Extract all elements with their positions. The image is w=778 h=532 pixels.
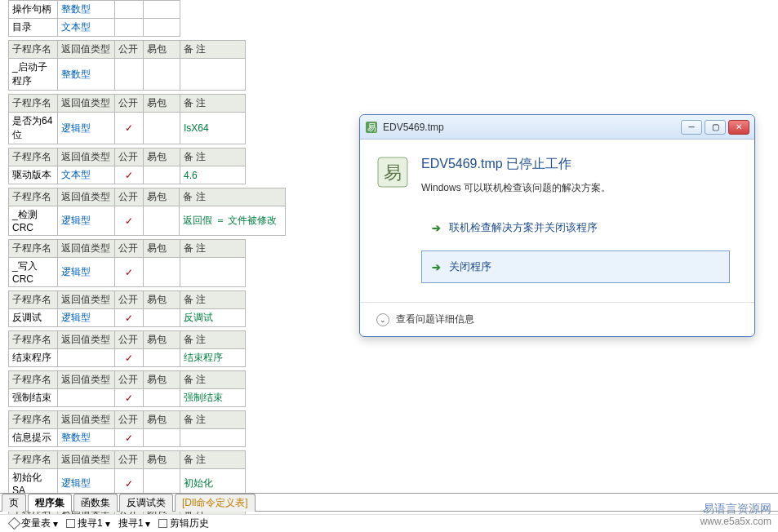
close-program-option[interactable]: ➔ 关闭程序 (421, 250, 730, 283)
watermark: 易语言资源网 www.e5a5x.com (700, 501, 771, 529)
return-type[interactable]: 整数型 (58, 59, 115, 91)
minimize-button[interactable]: ─ (681, 120, 702, 135)
note[interactable]: IsX64 (180, 113, 246, 144)
tab-program-set[interactable]: 程序集 (28, 494, 72, 512)
app-icon: 易 (365, 121, 378, 134)
return-type[interactable]: 逻辑型 (58, 309, 115, 327)
arrow-icon: ➔ (432, 261, 441, 273)
view-details-toggle[interactable]: ⌄ 查看问题详细信息 (360, 302, 754, 336)
svg-text:易: 易 (367, 122, 376, 132)
note[interactable] (180, 429, 246, 447)
public-check[interactable]: ✓ (115, 166, 144, 184)
note[interactable]: 4.6 (180, 166, 246, 184)
sub-name[interactable]: 信息提示 (9, 429, 58, 447)
dialog-title: EDV5469.tmp (383, 122, 681, 133)
footer-label: 查看问题详细信息 (396, 313, 474, 326)
tab-page[interactable]: 页 (2, 494, 26, 512)
public-check[interactable]: ✓ (115, 113, 144, 144)
check-online-option[interactable]: ➔ 联机检查解决方案并关闭该程序 (421, 211, 730, 244)
sub-table: 子程序名返回值类型公开易包备 注 是否为64位逻辑型✓IsX64 (8, 94, 246, 144)
public-check[interactable]: ✓ (115, 258, 144, 287)
option-label: 关闭程序 (449, 259, 491, 274)
public-check[interactable]: ✓ (114, 206, 143, 236)
sub-table: 子程序名返回值类型公开易包备 注 _检测CRC逻辑型✓返回假 ＝ 文件被修改 (8, 188, 286, 236)
return-type[interactable] (58, 389, 115, 407)
return-type[interactable] (58, 349, 115, 367)
return-type[interactable]: 逻辑型 (57, 206, 114, 236)
note[interactable]: 反调试 (180, 309, 246, 327)
note[interactable] (180, 59, 246, 91)
search1-button-2[interactable]: 搜寻1▾ (118, 516, 151, 530)
top-props-table: 操作句柄整数型 目录文本型 (8, 0, 180, 37)
clip-history-button[interactable]: 剪辑历史 (158, 516, 209, 530)
dialog-large-icon: 易 (376, 156, 409, 188)
sub-name[interactable]: 是否为64位 (9, 113, 58, 144)
prop-key: 操作句柄 (9, 1, 58, 19)
dialog-titlebar[interactable]: 易 EDV5469.tmp ─ ▢ ✕ (360, 115, 754, 140)
prop-key: 目录 (9, 19, 58, 37)
prop-val: 整数型 (58, 1, 115, 19)
public-check[interactable]: ✓ (115, 389, 144, 407)
return-type[interactable]: 逻辑型 (58, 113, 115, 144)
prop-val: 文本型 (58, 19, 115, 37)
chevron-down-icon: ⌄ (376, 313, 389, 326)
note[interactable] (180, 258, 246, 287)
svg-text:易: 易 (384, 162, 402, 183)
sub-name[interactable]: _写入CRC (9, 258, 58, 287)
sub-table: 子程序名返回值类型公开易包备 注 信息提示整数型✓ (8, 410, 246, 447)
return-type[interactable]: 整数型 (58, 429, 115, 447)
maximize-button[interactable]: ▢ (705, 120, 726, 135)
sub-name[interactable]: 驱动版本 (9, 166, 58, 184)
sub-name[interactable]: _启动子程序 (9, 59, 58, 91)
note[interactable]: 结束程序 (180, 349, 246, 367)
dialog-text: Windows 可以联机检查该问题的解决方案。 (421, 181, 611, 195)
search1-button[interactable]: 搜寻1▾ (66, 516, 110, 530)
public-check[interactable] (115, 59, 144, 91)
tab-antidebug[interactable]: 反调试类 (119, 494, 173, 512)
option-label: 联机检查解决方案并关闭该程序 (449, 220, 598, 235)
variable-table-button[interactable]: 变量表▾ (10, 516, 58, 530)
search-icon (66, 519, 75, 528)
sub-table: 子程序名返回值类型公开易包备 注 初始化SA逻辑型✓初始化 (8, 450, 246, 499)
sub-table: 子程序名返回值类型公开易包备 注 _写入CRC逻辑型✓ (8, 239, 246, 287)
sub-table: 子程序名返回值类型公开易包备 注 强制结束✓强制结束 (8, 370, 246, 407)
dialog-heading: EDV5469.tmp 已停止工作 (421, 156, 611, 173)
bottom-tabs: 页 程序集 函数集 反调试类 [Dll命令定义表] (0, 493, 778, 512)
sub-name[interactable]: 强制结束 (9, 389, 58, 407)
arrow-icon: ➔ (432, 222, 441, 234)
close-button[interactable]: ✕ (728, 120, 749, 135)
public-check[interactable]: ✓ (115, 349, 144, 367)
sub-table: 子程序名返回值类型公开易包备 注 反调试逻辑型✓反调试 (8, 290, 246, 327)
tab-dll-commands[interactable]: [Dll命令定义表] (175, 494, 256, 512)
public-check[interactable]: ✓ (115, 429, 144, 447)
sub-name[interactable]: 结束程序 (9, 349, 58, 367)
sub-table: 子程序名返回值类型公开易包备 注 驱动版本文本型✓4.6 (8, 148, 246, 184)
sub-table: 子程序名返回值类型公开易包备 注 _启动子程序整数型 (8, 40, 246, 91)
bottom-toolbar: 变量表▾ 搜寻1▾ 搜寻1▾ 剪辑历史 (0, 514, 778, 532)
sub-name[interactable]: _检测CRC (9, 206, 58, 236)
sub-name[interactable]: 反调试 (9, 309, 58, 327)
note[interactable]: 返回假 ＝ 文件被修改 (180, 206, 286, 236)
public-check[interactable]: ✓ (115, 309, 144, 327)
return-type[interactable]: 逻辑型 (58, 258, 115, 287)
error-dialog: 易 EDV5469.tmp ─ ▢ ✕ 易 EDV5469.tmp 已停止工作 … (359, 114, 755, 337)
code-property-panel: 操作句柄整数型 目录文本型 子程序名返回值类型公开易包备 注 _启动子程序整数型… (8, 0, 286, 532)
note[interactable]: 强制结束 (180, 389, 246, 407)
return-type[interactable]: 文本型 (58, 166, 115, 184)
sub-table: 子程序名返回值类型公开易包备 注 结束程序✓结束程序 (8, 330, 246, 367)
tab-function-set[interactable]: 函数集 (73, 494, 118, 512)
diamond-icon (8, 517, 21, 530)
list-icon (158, 519, 167, 528)
